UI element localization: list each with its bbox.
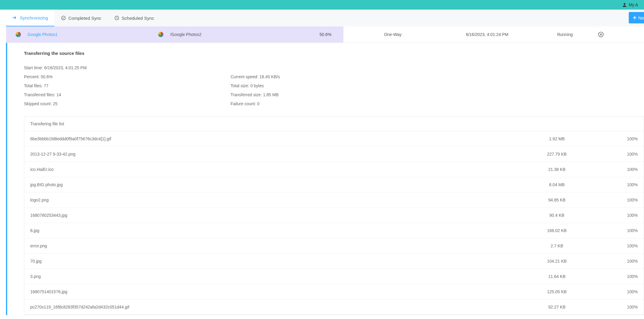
file-size: 227.79 KB bbox=[518, 152, 596, 157]
start-time-label: Start time: bbox=[24, 65, 44, 70]
file-row: 6be3bbbb1fd8eddd0f9a0f75676c3dc4[1].gif1… bbox=[24, 131, 644, 147]
file-row: error.png2.7 KB100% bbox=[24, 238, 644, 254]
new-task-label: Ne bbox=[638, 15, 644, 20]
file-list: Transfering file list 6be3bbbb1fd8eddd0f… bbox=[24, 116, 644, 315]
file-name: 6be3bbbb1fd8eddd0f9a0f75676c3dc4[1].gif bbox=[30, 136, 518, 141]
start-time-row: Start time: 6/16/2023, 4:01:25 PM bbox=[24, 65, 231, 70]
total-size-row: Total size: 0 bytes bbox=[231, 83, 437, 88]
file-row: 1680780253443.jpg90.4 KB100% bbox=[24, 208, 644, 223]
skipped-count-value: 25 bbox=[53, 101, 58, 106]
file-percent: 100% bbox=[596, 274, 638, 279]
google-photos-icon bbox=[156, 30, 165, 39]
file-size: 94.85 KB bbox=[518, 198, 596, 202]
file-row: 2013-12-27 9-33-42.png227.79 KB100% bbox=[24, 147, 644, 162]
stats-col-right: . Current speed: 18.45 KB/s Total size: … bbox=[231, 65, 437, 106]
total-files-value: 77 bbox=[44, 83, 49, 88]
stats-grid: Start time: 6/16/2023, 4:01:25 PM Percen… bbox=[24, 65, 644, 106]
skipped-count-row: Skipped count: 25 bbox=[24, 101, 231, 106]
file-name: logo2.png bbox=[30, 198, 518, 202]
file-row: 3.png11.64 KB100% bbox=[24, 269, 644, 284]
file-percent: 100% bbox=[596, 136, 638, 141]
file-percent: 100% bbox=[596, 182, 638, 187]
file-percent: 100% bbox=[596, 289, 638, 294]
source-label: Google Photos1 bbox=[28, 32, 57, 37]
file-size: 104.21 KB bbox=[518, 259, 596, 264]
source-block: Google Photos1 bbox=[14, 30, 57, 39]
transferred-files-value: 14 bbox=[56, 92, 61, 97]
file-row: jpg.BIG photo.jpg6.04 MB100% bbox=[24, 177, 644, 192]
details-title: Transferring the source files bbox=[24, 51, 644, 56]
total-size-value: 0 bytes bbox=[250, 83, 264, 88]
file-percent: 100% bbox=[596, 259, 638, 264]
current-speed-row: Current speed: 18.45 KB/s bbox=[231, 74, 437, 79]
start-time-value: 6/16/2023, 4:01:25 PM bbox=[44, 65, 87, 70]
file-name: pc270x119_16f8c8283f357d242afa2d432c051d… bbox=[30, 305, 518, 309]
transferred-size-label: Transferred size: bbox=[231, 92, 263, 97]
account-label[interactable]: My A bbox=[629, 2, 638, 7]
dest-block: /Google Photos2 bbox=[156, 30, 201, 39]
file-name: 8.jpg bbox=[30, 228, 518, 233]
file-row: 8.jpg168.02 KB100% bbox=[24, 223, 644, 238]
file-percent: 100% bbox=[596, 213, 638, 218]
file-name: jpg.BIG photo.jpg bbox=[30, 182, 518, 187]
percent-value: 50.6% bbox=[41, 74, 53, 79]
file-row: ico.HaiEr.ico21.38 KB100% bbox=[24, 162, 644, 177]
clock-icon bbox=[114, 16, 119, 20]
check-circle-icon bbox=[61, 16, 66, 20]
transferred-files-row: Transferred files: 14 bbox=[24, 92, 231, 97]
file-name: 3.png bbox=[30, 274, 518, 279]
tabs-row: Synchronizing Completed Sync Scheduled S… bbox=[6, 10, 644, 26]
file-size: 6.04 MB bbox=[518, 182, 596, 187]
transferred-size-row: Transferred size: 1.85 MB bbox=[231, 92, 437, 97]
file-size: 11.64 KB bbox=[518, 274, 596, 279]
file-row: 1680751401576.jpg125.05 KB100% bbox=[24, 284, 644, 300]
task-row[interactable]: Google Photos1 /Google Photos2 50.6% bbox=[6, 26, 644, 43]
tab-synchronizing[interactable]: Synchronizing bbox=[6, 10, 54, 26]
topbar: My A bbox=[0, 0, 644, 10]
file-list-header: Transfering file list bbox=[24, 117, 644, 131]
file-size: 1.92 MB bbox=[518, 136, 596, 141]
file-row: logo2.png94.85 KB100% bbox=[24, 192, 644, 208]
total-files-label: Total files: bbox=[24, 83, 44, 88]
skipped-count-label: Skipped count: bbox=[24, 101, 53, 106]
file-percent: 100% bbox=[596, 198, 638, 202]
file-percent: 100% bbox=[596, 243, 638, 248]
file-percent: 100% bbox=[596, 167, 638, 172]
total-size-label: Total size: bbox=[231, 83, 250, 88]
cancel-icon[interactable] bbox=[598, 31, 619, 37]
current-speed-label: Current speed: bbox=[231, 74, 260, 79]
task-mode: One-Way bbox=[343, 32, 442, 37]
file-name: 70.jpg bbox=[30, 259, 518, 264]
failure-count-value: 0 bbox=[257, 101, 260, 106]
file-percent: 100% bbox=[596, 152, 638, 157]
file-name: 1680780253443.jpg bbox=[30, 213, 518, 218]
failure-count-row: Failure count: 0 bbox=[231, 101, 437, 106]
tab-scheduled-sync[interactable]: Scheduled Sync bbox=[108, 10, 160, 26]
file-size: 125.05 KB bbox=[518, 289, 596, 294]
task-percent: 50.6% bbox=[319, 32, 331, 37]
task-timestamp: 6/16/2023, 4:01:24 PM bbox=[442, 32, 532, 37]
new-task-button[interactable]: Ne bbox=[629, 12, 644, 23]
file-percent: 100% bbox=[596, 228, 638, 233]
file-name: 2013-12-27 9-33-42.png bbox=[30, 152, 518, 157]
file-size: 92.27 KB bbox=[518, 305, 596, 309]
total-files-row: Total files: 77 bbox=[24, 83, 231, 88]
google-photos-icon bbox=[14, 30, 23, 39]
tab-label: Scheduled Sync bbox=[122, 16, 154, 21]
user-icon bbox=[622, 2, 627, 7]
tab-label: Completed Sync bbox=[68, 16, 101, 21]
failure-count-label: Failure count: bbox=[231, 101, 257, 106]
percent-label: Percent: bbox=[24, 74, 41, 79]
percent-row: Percent: 50.6% bbox=[24, 74, 231, 79]
file-row: pc270x119_16f8c8283f357d242afa2d432c051d… bbox=[24, 300, 644, 315]
tab-completed-sync[interactable]: Completed Sync bbox=[54, 10, 108, 26]
file-size: 2.7 KB bbox=[518, 243, 596, 248]
sync-arrow-icon bbox=[13, 16, 17, 20]
file-name: ico.HaiEr.ico bbox=[30, 167, 518, 172]
transferred-size-value: 1.85 MB bbox=[263, 92, 278, 97]
stats-col-left: Start time: 6/16/2023, 4:01:25 PM Percen… bbox=[24, 65, 231, 106]
file-name: error.png bbox=[30, 243, 518, 248]
svg-point-0 bbox=[624, 3, 625, 5]
left-rail bbox=[0, 10, 6, 319]
task-status: Running bbox=[532, 32, 598, 37]
